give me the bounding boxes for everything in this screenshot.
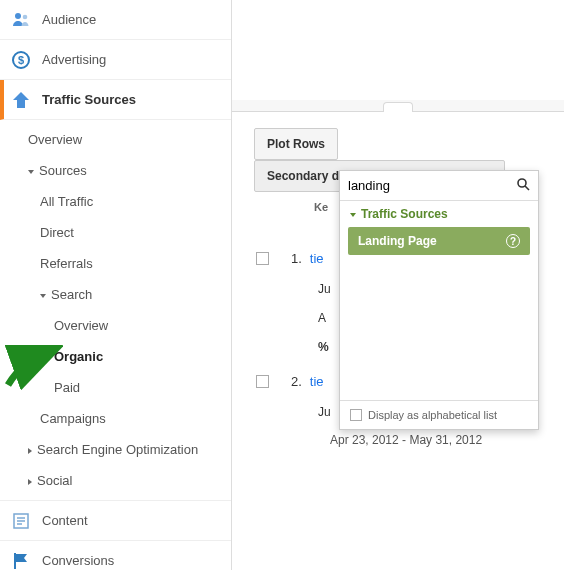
flag-icon <box>10 551 32 571</box>
svg-text:$: $ <box>18 54 24 66</box>
row-number: 2. <box>291 374 302 389</box>
nav-content-label: Content <box>42 513 88 528</box>
nav-conversions-label: Conversions <box>42 553 114 568</box>
column-header: Ke <box>314 201 328 213</box>
sub-search-overview[interactable]: Overview <box>0 310 231 341</box>
traffic-icon <box>10 90 32 110</box>
sub-all-traffic[interactable]: All Traffic <box>0 186 231 217</box>
sub-overview[interactable]: Overview <box>0 124 231 155</box>
chevron-down-icon <box>28 170 34 174</box>
nav-advertising[interactable]: $ Advertising <box>0 40 231 80</box>
row-link[interactable]: tie <box>310 251 324 266</box>
metric-cell: A <box>318 311 326 325</box>
nav-audience[interactable]: Audience <box>0 0 231 40</box>
alphabetical-label: Display as alphabetical list <box>368 409 497 421</box>
search-icon[interactable] <box>516 177 530 194</box>
alphabetical-checkbox[interactable] <box>350 409 362 421</box>
dimension-search-input[interactable] <box>348 178 516 193</box>
nav-conversions[interactable]: Conversions <box>0 541 231 570</box>
date-range: Apr 23, 2012 - May 31, 2012 <box>330 433 482 447</box>
content-icon <box>10 511 32 531</box>
nav-audience-label: Audience <box>42 12 96 27</box>
sub-social[interactable]: Social <box>0 465 231 496</box>
sub-paid[interactable]: Paid <box>0 372 231 403</box>
chevron-right-icon <box>28 448 32 454</box>
sidebar-subnav: Overview Sources All Traffic Direct Refe… <box>0 120 231 501</box>
nav-traffic-sources-label: Traffic Sources <box>42 92 136 107</box>
svg-point-9 <box>518 179 526 187</box>
sub-search[interactable]: Search <box>0 279 231 310</box>
row-checkbox[interactable] <box>256 375 269 388</box>
dimension-footer: Display as alphabetical list <box>340 400 538 429</box>
chevron-down-icon <box>40 294 46 298</box>
svg-point-0 <box>15 13 21 19</box>
sub-campaigns[interactable]: Campaigns <box>0 403 231 434</box>
sidebar: Audience $ Advertising Traffic Sources O… <box>0 0 232 570</box>
metric-cell: Ju <box>318 282 331 296</box>
advertising-icon: $ <box>10 50 32 70</box>
row-number: 1. <box>291 251 302 266</box>
sub-direct[interactable]: Direct <box>0 217 231 248</box>
row-link[interactable]: tie <box>310 374 324 389</box>
metric-cell: Ju <box>318 405 331 419</box>
sub-sources[interactable]: Sources <box>0 155 231 186</box>
metric-cell: % <box>318 340 329 354</box>
chevron-right-icon <box>28 479 32 485</box>
dimension-dropdown-panel: Traffic Sources Landing Page ? Display a… <box>339 170 539 430</box>
sub-referrals[interactable]: Referrals <box>0 248 231 279</box>
nav-advertising-label: Advertising <box>42 52 106 67</box>
svg-line-10 <box>525 186 529 190</box>
audience-icon <box>10 10 32 30</box>
sub-seo[interactable]: Search Engine Optimization <box>0 434 231 465</box>
row-checkbox[interactable] <box>256 252 269 265</box>
panel-handle <box>232 100 564 112</box>
dimension-item-landing-page[interactable]: Landing Page ? <box>348 227 530 255</box>
dimension-category[interactable]: Traffic Sources <box>340 201 538 227</box>
sub-organic[interactable]: Organic <box>0 341 231 372</box>
expand-handle-icon[interactable] <box>383 102 413 112</box>
help-icon[interactable]: ? <box>506 234 520 248</box>
plot-rows-button[interactable]: Plot Rows <box>254 128 338 160</box>
svg-point-1 <box>23 14 28 19</box>
dimension-search-row <box>340 171 538 201</box>
nav-traffic-sources[interactable]: Traffic Sources <box>0 80 231 120</box>
chevron-down-icon <box>350 213 356 217</box>
nav-content[interactable]: Content <box>0 501 231 541</box>
